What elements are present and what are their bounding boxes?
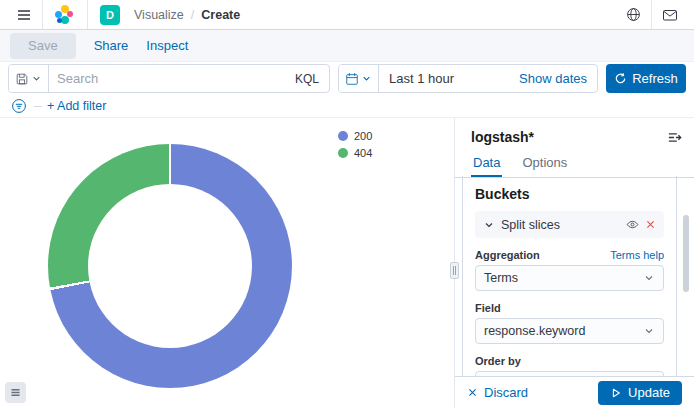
list-icon [9,386,22,399]
buckets-heading: Buckets [475,186,664,202]
eye-icon [626,218,639,231]
update-button[interactable]: Update [598,381,682,405]
help-globe-button[interactable] [620,0,647,29]
tab-options[interactable]: Options [520,147,569,177]
field-group: Field response.keyword [475,302,664,344]
breadcrumb-create: Create [201,8,240,22]
split-slices-row[interactable]: Split slices [475,211,664,238]
time-range-value[interactable]: Last 1 hour [379,71,509,86]
aggregation-group: Aggregation Terms help Terms [475,249,664,291]
chevron-down-icon [361,73,372,84]
legend-item-404[interactable]: 404 [338,147,372,159]
aggregation-select[interactable]: Terms [475,265,664,291]
share-button[interactable]: Share [94,38,129,53]
query-language-button[interactable]: KQL [285,72,329,86]
space-badge[interactable]: D [100,5,120,25]
query-bar: KQL Last 1 hour Show dates Refresh [0,62,694,95]
search-input[interactable] [49,71,285,86]
refresh-button-label: Refresh [632,71,678,86]
aggregation-label: Aggregation [475,249,540,261]
breadcrumb-visualize[interactable]: Visualize [134,8,184,22]
vis-editor-sidebar: logstash* Data Options Buckets Split sli… [454,118,694,408]
index-pattern-title: logstash* [471,129,534,145]
field-label: Field [475,302,501,314]
chart-legend: 200 404 [338,130,372,159]
chevron-down-icon [483,219,495,231]
tab-data[interactable]: Data [471,147,502,177]
panel-resizer[interactable] [450,262,459,279]
hamburger-icon [16,7,32,23]
mail-icon [662,7,678,23]
legend-dot-200 [338,131,348,141]
calendar-icon [345,72,359,86]
filter-dash [34,106,42,107]
sidebar-header: logstash* [455,118,694,145]
terms-help-link[interactable]: Terms help [610,249,664,261]
update-label: Update [628,385,670,400]
split-slices-label: Split slices [501,218,620,232]
elastic-logo-icon[interactable] [55,5,75,25]
close-x-icon [645,219,656,230]
chevron-down-icon [643,325,655,337]
main-content: 200 404 logstash* Data Op [0,118,694,408]
save-disk-icon [15,72,29,86]
remove-bucket-button[interactable] [645,219,656,230]
close-x-icon [467,387,478,398]
hamburger-menu-button[interactable] [10,0,38,29]
legend-toggle-button[interactable] [5,382,26,403]
sidebar-footer: Discard Update [455,376,694,408]
mail-button[interactable] [656,0,684,29]
filter-icon [11,98,27,114]
header-divider [42,0,43,29]
legend-item-200[interactable]: 200 [338,130,372,142]
order-by-label: Order by [475,355,521,367]
save-button[interactable]: Save [10,33,76,59]
chevron-down-icon [31,73,42,84]
field-value: response.keyword [484,324,643,338]
field-select[interactable]: response.keyword [475,318,664,344]
order-by-group: Order by Metric: Count [475,355,664,376]
visualize-toolbar: Save Share Inspect [0,30,694,62]
donut-hole [88,184,252,348]
header-divider [87,0,88,29]
inspect-button[interactable]: Inspect [146,38,188,53]
date-picker-control: Last 1 hour Show dates [338,64,598,93]
play-icon [610,387,622,399]
chevron-down-icon [643,272,655,284]
saved-query-menu-button[interactable] [9,65,49,92]
globe-icon [626,7,641,22]
date-quick-menu-button[interactable] [339,65,379,92]
aggregation-value: Terms [484,271,643,285]
filter-bar: + Add filter [0,95,694,118]
refresh-button[interactable]: Refresh [606,64,686,93]
show-dates-button[interactable]: Show dates [509,71,597,86]
collapse-sidebar-button[interactable] [667,130,682,145]
legend-dot-404 [338,148,348,158]
header-divider [651,0,652,29]
donut-chart[interactable] [48,144,292,388]
breadcrumb-separator: / [191,8,194,22]
top-nav-bar: D Visualize / Create [0,0,694,30]
sidebar-scrollbar[interactable] [683,215,689,292]
discard-label: Discard [484,385,528,400]
kibana-visualize-app: D Visualize / Create Save Share Inspect … [0,0,694,408]
sidebar-tabs: Data Options [455,147,694,178]
filter-options-button[interactable] [9,95,29,117]
legend-label-200: 200 [354,130,372,142]
buckets-panel: Buckets Split slices Aggregation Terms h… [462,176,677,376]
menu-right-icon [667,130,682,145]
legend-label-404: 404 [354,147,372,159]
breadcrumb: Visualize / Create [134,8,240,22]
toggle-visibility-button[interactable] [626,218,639,231]
search-control: KQL [8,64,330,93]
add-filter-button[interactable]: + Add filter [47,99,106,113]
discard-button[interactable]: Discard [467,385,528,400]
visualization-area: 200 404 [0,118,454,408]
refresh-icon [614,72,627,85]
